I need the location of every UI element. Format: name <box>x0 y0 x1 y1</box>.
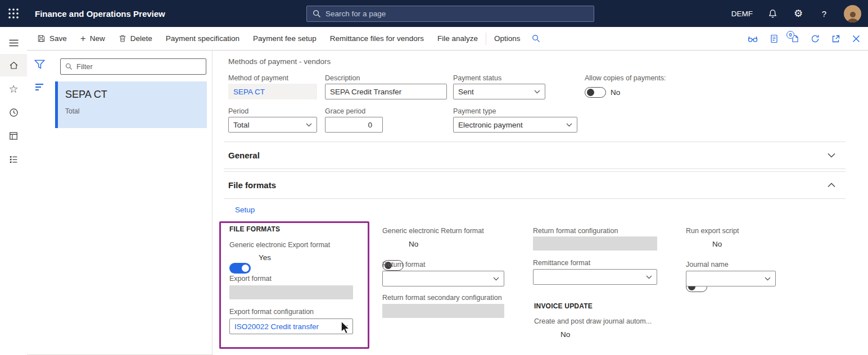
journal-name-label: Journal name <box>686 261 729 268</box>
record-list-item-selected[interactable]: SEPA CT Total <box>55 81 207 128</box>
generic-export-value: Yes <box>259 253 271 262</box>
site-map-button[interactable] <box>0 31 27 54</box>
new-label: New <box>90 34 105 43</box>
attachments-count-badge: 0 <box>786 31 794 39</box>
method-of-payment-value[interactable]: SEPA CT <box>228 84 317 99</box>
remittance-format-select[interactable] <box>533 269 657 285</box>
generic-export-toggle[interactable] <box>229 263 251 274</box>
payment-type-value: Electronic payment <box>458 121 523 129</box>
allow-copies-value: No <box>611 88 620 97</box>
payment-status-label: Payment status <box>453 74 501 82</box>
filter-funnel-button[interactable] <box>34 60 45 69</box>
return-format-configuration-label: Return format configuration <box>533 227 618 235</box>
export-format-configuration-label: Export format configuration <box>229 308 314 316</box>
chevron-up-icon <box>828 183 835 188</box>
chevron-down-icon <box>646 275 652 279</box>
global-search[interactable] <box>306 6 594 22</box>
global-search-input[interactable] <box>326 10 588 18</box>
period-select[interactable]: Total <box>228 117 317 133</box>
allow-copies-toggle[interactable] <box>585 87 606 98</box>
file-analyze-label: File analyze <box>437 34 478 43</box>
search-icon <box>313 10 321 18</box>
funnel-icon <box>34 60 45 69</box>
home-icon <box>9 61 19 70</box>
hierarchy-list-icon <box>9 155 18 164</box>
payment-fee-setup-button[interactable]: Payment fee setup <box>246 27 323 51</box>
chevron-down-icon <box>765 277 771 281</box>
help-button[interactable]: ? <box>818 7 830 20</box>
file-analyze-button[interactable]: File analyze <box>431 27 485 51</box>
actionbar-search-button[interactable] <box>527 27 545 51</box>
file-formats-group-heading: FILE FORMATS <box>229 225 280 233</box>
chevron-down-icon <box>566 123 572 127</box>
recent-button[interactable] <box>0 101 27 124</box>
app-title[interactable]: Finance and Operations Preview <box>35 9 165 19</box>
glasses-icon <box>748 35 758 43</box>
mouse-cursor <box>340 321 351 335</box>
hamburger-icon <box>9 39 19 47</box>
top-navigation-bar: Finance and Operations Preview DEMF ⚙ ? <box>0 0 868 27</box>
payment-status-select[interactable]: Sent <box>453 84 545 99</box>
search-icon <box>532 34 540 43</box>
list-view-button[interactable] <box>34 83 45 92</box>
delete-button[interactable]: Delete <box>112 27 159 51</box>
setup-tab-label: Setup <box>235 206 255 214</box>
gear-icon: ⚙ <box>794 7 803 20</box>
payment-status-value: Sent <box>458 88 474 96</box>
section-general[interactable]: General <box>224 142 846 169</box>
environment-label[interactable]: DEMF <box>731 10 753 18</box>
modules-button[interactable] <box>0 148 27 171</box>
avatar[interactable] <box>844 5 861 22</box>
return-format-secondary-field-disabled <box>382 304 504 318</box>
workspaces-button[interactable] <box>0 125 27 147</box>
new-button[interactable]: + New <box>74 27 112 51</box>
close-button[interactable] <box>852 35 860 43</box>
topbar-right-cluster: DEMF ⚙ ? <box>731 0 861 27</box>
save-icon <box>37 34 46 43</box>
description-input[interactable] <box>325 84 447 99</box>
return-format-secondary-label: Return format secondary configuration <box>382 294 502 302</box>
home-button[interactable] <box>0 54 27 76</box>
favorites-button[interactable]: ☆ <box>0 78 27 100</box>
record-filter-input[interactable] <box>76 62 201 71</box>
journal-name-select[interactable] <box>686 271 776 286</box>
export-format-configuration-select[interactable]: ISO20022 Credit transfer <box>229 318 353 334</box>
export-format-configuration-value: ISO20022 Credit transfer <box>234 322 319 331</box>
return-format-select[interactable] <box>382 271 504 286</box>
setup-tab[interactable]: Setup <box>235 206 255 214</box>
remittance-files-button[interactable]: Remittance files for vendors <box>323 27 431 51</box>
payment-specification-button[interactable]: Payment specification <box>159 27 246 51</box>
save-button[interactable]: Save <box>30 27 74 51</box>
actionbar-divider <box>486 33 486 45</box>
notifications-button[interactable] <box>766 7 779 20</box>
section-file-formats[interactable]: File formats <box>224 171 846 199</box>
export-format-label: Export format <box>229 275 272 283</box>
person-icon <box>846 10 860 22</box>
options-button[interactable]: Options <box>487 27 527 51</box>
grace-period-input[interactable] <box>325 117 383 133</box>
attachments-button[interactable]: 0 <box>790 34 799 43</box>
open-in-new-window-button[interactable] <box>831 34 840 43</box>
preview-button[interactable] <box>748 35 758 43</box>
generic-export-label: Generic electronic Export format <box>229 241 330 249</box>
refresh-button[interactable] <box>811 34 820 43</box>
waffle-icon <box>8 8 19 19</box>
app-window: Finance and Operations Preview DEMF ⚙ ? <box>0 0 868 53</box>
app-launcher-button[interactable] <box>0 0 27 27</box>
options-label: Options <box>494 34 521 43</box>
task-guide-button[interactable] <box>770 34 779 43</box>
create-post-draw-value: No <box>560 330 570 339</box>
method-of-payment-link[interactable]: SEPA CT <box>233 88 265 96</box>
payment-type-select[interactable]: Electronic payment <box>453 117 577 133</box>
generic-return-label: Generic electronic Return format <box>382 227 484 235</box>
payment-fee-setup-label: Payment fee setup <box>253 34 317 43</box>
allow-copies-label: Allow copies of payments: <box>585 74 666 82</box>
return-format-label: Return format <box>382 261 425 268</box>
bell-icon <box>768 9 777 19</box>
settings-button[interactable]: ⚙ <box>792 7 804 20</box>
remittance-format-label: Remittance format <box>533 259 590 267</box>
record-filter[interactable] <box>60 58 206 75</box>
grace-period-label: Grace period <box>325 107 365 115</box>
form-icon <box>9 131 18 140</box>
payment-specification-label: Payment specification <box>166 34 239 43</box>
